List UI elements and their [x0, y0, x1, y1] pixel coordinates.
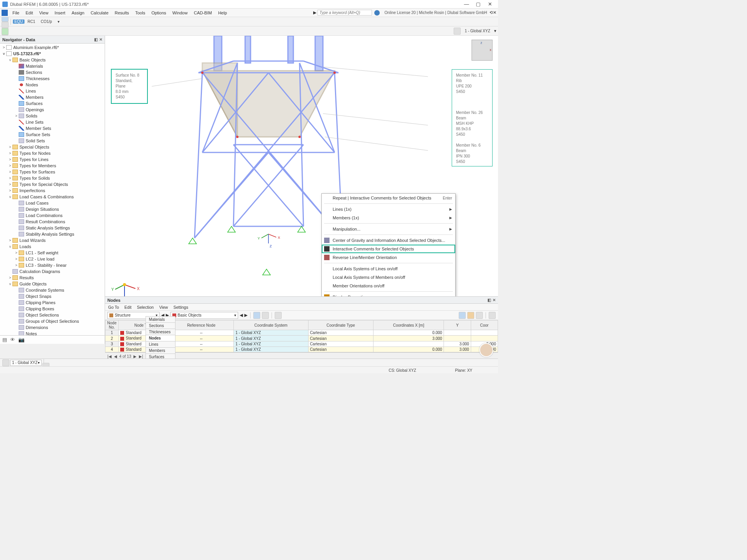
tree-item[interactable]: vGuide Objects [0, 281, 105, 287]
tree-item[interactable]: Result Combinations [0, 219, 105, 225]
menu-cad-bim[interactable]: CAD-BIM [191, 10, 215, 15]
tree-item[interactable]: >LC1 - Self weight [0, 250, 105, 256]
tree-item[interactable]: Dimensions [0, 324, 105, 331]
dropdown-icon[interactable]: ▾ [494, 28, 496, 33]
menu-file[interactable]: File [9, 10, 23, 15]
tree-item[interactable]: >Imperfections [0, 187, 105, 194]
view-cube[interactable] [472, 40, 493, 61]
tree-item[interactable]: Load Combinations [0, 212, 105, 219]
toolbar-button[interactable] [275, 312, 282, 319]
last-icon[interactable]: ▶| [138, 354, 144, 359]
prev-icon[interactable]: ◀ [113, 354, 118, 359]
tab-sections[interactable]: Sections [146, 322, 175, 329]
tree-item[interactable]: Notes [0, 331, 105, 335]
tree-item[interactable]: >LC3 - Stability - linear [0, 262, 105, 268]
close-icon[interactable]: ✕ [99, 37, 102, 42]
camera-icon[interactable]: 📷 [18, 337, 25, 343]
menu-results[interactable]: Results [112, 10, 132, 15]
ctx-item[interactable]: Lines (1x)▶ [322, 205, 455, 214]
tree-item[interactable]: vUS-17323.rf6* [0, 51, 105, 57]
menu-view[interactable]: View [36, 10, 52, 15]
ctx-item[interactable]: Repeat | Interactive Comments for Select… [322, 194, 455, 202]
tree-item[interactable]: Member Sets [0, 125, 105, 131]
tree-item[interactable]: >Types for Members [0, 163, 105, 169]
toolbar-button[interactable] [454, 28, 461, 35]
tree-item[interactable]: >LC2 - Live load [0, 256, 105, 262]
menu-help[interactable]: Help [215, 10, 230, 15]
menu-insert[interactable]: Insert [51, 10, 68, 15]
tree-item[interactable]: >Types for Special Objects [0, 181, 105, 187]
tree-item[interactable]: >Load Wizards [0, 237, 105, 243]
tree-item[interactable]: Nodes [0, 82, 105, 88]
tree-item[interactable]: Sections [0, 69, 105, 75]
tree-item[interactable]: Line Sets [0, 119, 105, 125]
tree-item[interactable]: >Types for Solids [0, 175, 105, 181]
tree-item[interactable]: Calculation Diagrams [0, 268, 105, 275]
basicobjects-combo[interactable]: Basic Objects▾ [170, 312, 238, 319]
dropdown-icon[interactable]: ▾ [55, 19, 62, 24]
ctx-item[interactable]: Members (1x)▶ [322, 214, 455, 222]
tree-item[interactable]: Stability Analysis Settings [0, 231, 105, 237]
menu-assign[interactable]: Assign [68, 10, 88, 15]
toolbar-button[interactable] [2, 28, 9, 35]
tree-item[interactable]: Clipping Planes [0, 299, 105, 306]
tree-item[interactable]: Openings [0, 107, 105, 113]
toolbar-button[interactable] [2, 17, 9, 22]
pin-icon[interactable]: ◧ [487, 298, 491, 302]
navigator-tree[interactable]: >Aluminium Example.rf6*vUS-17323.rf6*vBa… [0, 44, 105, 335]
support-avatar[interactable] [479, 343, 493, 357]
toolbar-button[interactable] [262, 312, 269, 319]
search-icon[interactable] [489, 312, 496, 319]
cs-combo[interactable]: 1 - Global XYZ▾ [10, 360, 42, 366]
table-menu-item[interactable]: Edit [124, 305, 132, 310]
tree-item[interactable]: Object Snaps [0, 293, 105, 299]
maximize-button[interactable]: ▢ [472, 0, 484, 8]
next-icon[interactable]: ▶ [133, 354, 137, 359]
tree-item[interactable]: >Types for Nodes [0, 150, 105, 156]
tree-item[interactable]: Solid Sets [0, 138, 105, 144]
close-icon[interactable]: ✕ [493, 298, 496, 302]
tree-item[interactable]: vBasic Objects [0, 57, 105, 63]
toolbar-button[interactable] [2, 359, 9, 366]
table-menu-item[interactable]: Go To [108, 305, 119, 310]
globe-icon[interactable] [374, 10, 380, 16]
tree-item[interactable]: Members [0, 94, 105, 100]
tree-item[interactable]: Materials [0, 63, 105, 69]
ctx-item[interactable]: Local Axis Systems of Lines on/off [322, 264, 455, 273]
ctx-item[interactable]: Manipulation...▶ [322, 225, 455, 233]
tree-item[interactable]: >Types for Lines [0, 156, 105, 163]
menu-calculate[interactable]: Calculate [88, 10, 112, 15]
tree-item[interactable]: Coordinate Systems [0, 287, 105, 293]
tree-item[interactable]: >Special Objects [0, 144, 105, 150]
tree-item[interactable]: Design Situations [0, 206, 105, 212]
tree-item[interactable]: vLoad Cases & Combinations [0, 194, 105, 200]
ctx-item[interactable]: Center of Gravity and Information About … [322, 236, 455, 245]
table-menu-item[interactable]: View [159, 305, 168, 310]
tree-item[interactable]: Thicknesses [0, 75, 105, 82]
tab-nodes[interactable]: Nodes [146, 335, 175, 341]
data-tab-icon[interactable]: ▤ [2, 337, 7, 343]
tab-thicknesses[interactable]: Thicknesses [146, 329, 175, 335]
table-menu-item[interactable]: Settings [174, 305, 188, 310]
tree-item[interactable]: Load Cases [0, 200, 105, 206]
first-icon[interactable]: |◀ [107, 354, 112, 359]
tree-item[interactable]: Object Selections [0, 312, 105, 318]
nav-prev-icon[interactable]: ◀ [240, 313, 243, 318]
pin-icon[interactable]: ◧ [94, 37, 98, 42]
tab-members[interactable]: Members [146, 347, 175, 354]
toolbar-button[interactable] [459, 312, 466, 319]
tree-item[interactable]: >Aluminium Example.rf6* [0, 44, 105, 51]
tab-lines[interactable]: Lines [146, 341, 175, 347]
menu-window[interactable]: Window [169, 10, 191, 15]
global-cs-label[interactable]: 1 - Global XYZ [462, 29, 493, 33]
ctx-item[interactable]: Reverse Line/Member Orientation [322, 253, 455, 262]
ctx-item[interactable]: Member Orientations on/off [322, 282, 455, 290]
tab-materials[interactable]: Materials [146, 316, 175, 322]
tree-item[interactable]: >Types for Surfaces [0, 169, 105, 175]
toolbar-button[interactable] [467, 312, 474, 319]
minimize-button[interactable]: — [461, 0, 472, 8]
tree-item[interactable]: Static Analysis Settings [0, 225, 105, 231]
tree-item[interactable]: Lines [0, 88, 105, 94]
table-menu-item[interactable]: Selection [137, 305, 154, 310]
combo-label[interactable]: CO1/p [39, 19, 54, 24]
